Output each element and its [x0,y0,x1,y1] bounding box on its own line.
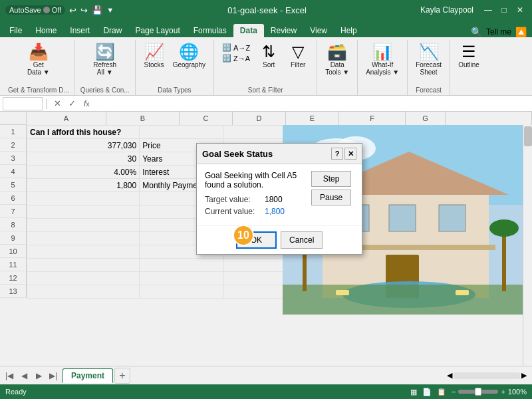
autosave-toggle[interactable]: AutoSave Off [5,5,65,15]
autosave-label: AutoSave [9,6,41,14]
cell-a9[interactable] [27,232,140,245]
sheet-nav-prev[interactable]: ◀ [17,369,31,382]
stocks-button[interactable]: 📈 Stocks [141,43,168,70]
filter-button[interactable]: ▽ Filter [285,43,311,70]
search-icon[interactable]: 🔍 [471,27,482,37]
cell-a7[interactable] [27,205,140,219]
dropdown-icon[interactable]: ▼ [106,6,114,14]
refresh-all-button[interactable]: 🔄 RefreshAll ▼ [90,43,119,77]
hscroll-left-icon[interactable]: ◀ [447,371,452,380]
cell-a3[interactable]: 30 [27,152,140,166]
ribbon-group-data-types: 📈 Stocks 🌐 Geography Data Types [136,40,214,95]
view-page-break-icon[interactable]: 📋 [437,388,446,396]
confirm-formula-icon[interactable]: ✓ [65,97,78,110]
undo-icon[interactable]: ↩ [69,5,76,15]
dialog-help-button[interactable]: ? [331,148,343,160]
cell-a6[interactable] [27,192,140,205]
sheet-nav-first[interactable]: |◀ [3,369,16,382]
sort-az-button[interactable]: 🔡 A→Z [219,43,253,53]
hscroll-right-icon[interactable]: ▶ [521,371,527,380]
formula-bar-separator: | [45,98,48,110]
cancel-formula-icon[interactable]: ✕ [51,97,64,110]
outline-icon: ☰ [462,44,476,60]
sheet-navigation: |◀ ◀ ▶ ▶| [3,369,60,382]
minimize-button[interactable]: — [481,3,495,17]
cell-a4[interactable]: 4.00% [27,166,140,179]
sort-icon: ⇅ [262,44,275,60]
data-tools-content: 🗃️ DataTools ▼ [323,41,352,94]
zoom-in-icon[interactable]: + [501,388,505,396]
get-data-button[interactable]: 📥 GetData ▼ [25,43,53,77]
hscroll-track[interactable] [454,372,520,379]
cell-a5[interactable]: 1,800 [27,179,140,192]
dialog-current-row: Current value: 1,800 [205,207,297,216]
step-button[interactable]: Step [311,171,351,187]
what-if-group-label [363,94,402,95]
data-tools-button[interactable]: 🗃️ DataTools ▼ [323,43,352,77]
formula-input[interactable] [96,99,529,108]
maximize-button[interactable]: □ [497,3,511,17]
tab-review[interactable]: Review [264,24,303,37]
sheet-nav-next[interactable]: ▶ [32,369,45,382]
tab-home[interactable]: Home [29,24,63,37]
cell-a1[interactable]: Can I afford this house? [27,126,140,139]
cell-a13[interactable] [27,285,140,299]
redo-icon[interactable]: ↪ [80,5,88,15]
sheet-add-button[interactable]: + [114,368,130,384]
cell-a8[interactable] [27,219,140,232]
sort-za-button[interactable]: 🔡 Z→A [219,53,253,63]
view-normal-icon[interactable]: ▦ [410,388,417,396]
cell-c11[interactable] [224,259,286,272]
sheet-tab-payment[interactable]: Payment [63,368,113,383]
status-bar: Ready ▦ 📄 📋 − + 100% [0,384,532,399]
goal-seek-dialog[interactable]: Goal Seek Status ? ✕ Goal Seeking with C… [196,143,362,255]
cell-c1[interactable] [224,126,286,139]
tell-me-label[interactable]: Tell me [486,27,511,37]
geography-button[interactable]: 🌐 Geography [170,43,208,70]
tab-data[interactable]: Data [233,24,264,37]
name-box[interactable] [3,97,43,110]
ok-button[interactable]: OK [236,231,277,249]
title-bar: AutoSave Off ↩ ↪ 💾 ▼ 01-goal-seek - Exce… [0,0,532,20]
quick-save-icon[interactable]: 💾 [92,5,102,15]
outline-button[interactable]: ☰ Outline [456,43,482,70]
cell-c13[interactable] [224,285,286,299]
what-if-button[interactable]: 📊 What-IfAnalysis ▼ [363,43,402,77]
cell-a11[interactable] [27,259,140,272]
cell-c12[interactable] [224,272,286,285]
dialog-close-button[interactable]: ✕ [344,148,356,160]
dialog-action-buttons: Step Pause [305,164,358,225]
cell-a12[interactable] [27,272,140,285]
scrollbar-thumb[interactable] [524,126,532,146]
view-layout-icon[interactable]: 📄 [422,388,432,396]
cell-b1[interactable] [140,126,224,139]
forecast-sheet-button[interactable]: 📉 ForecastSheet [413,43,444,77]
cancel-button[interactable]: Cancel [281,231,323,249]
col-header-a: A [27,112,106,125]
horizontal-scroll[interactable]: ◀ ▶ [447,371,527,380]
cell-b12[interactable] [140,272,224,285]
insert-function-icon[interactable]: fx [80,97,93,110]
sort-button[interactable]: ⇅ Sort [255,43,282,70]
status-text: Ready [5,388,27,396]
tab-view[interactable]: View [303,24,334,37]
tab-page-layout[interactable]: Page Layout [128,24,186,37]
zoom-out-icon[interactable]: − [452,388,456,396]
tab-formulas[interactable]: Formulas [187,24,233,37]
close-button[interactable]: ✕ [513,3,527,17]
zoom-control[interactable]: − + 100% [452,388,527,396]
tab-file[interactable]: File [3,24,29,37]
tab-insert[interactable]: Insert [63,24,96,37]
cell-a2[interactable]: 377,030 [27,139,140,152]
sheet-nav-last[interactable]: ▶| [47,369,60,382]
cell-b11[interactable] [140,259,224,272]
vertical-scrollbar[interactable] [523,125,532,366]
pause-button[interactable]: Pause [311,190,351,205]
cell-a10[interactable] [27,245,140,259]
zoom-slider[interactable] [458,390,498,394]
zoom-slider-thumb[interactable] [475,388,481,396]
tab-draw[interactable]: Draw [96,24,128,37]
cell-b13[interactable] [140,285,224,299]
tab-help[interactable]: Help [334,24,364,37]
ribbon-collapse-icon[interactable]: 🔼 [515,27,527,37]
